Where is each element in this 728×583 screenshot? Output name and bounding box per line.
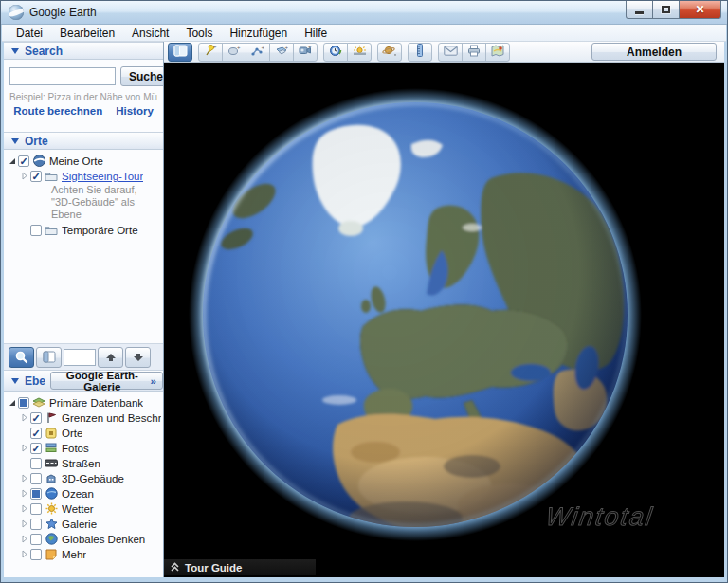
expand-arrow-icon[interactable]	[20, 535, 29, 543]
minimize-button[interactable]	[626, 1, 653, 19]
planets-icon	[382, 45, 397, 60]
menu-item-tools[interactable]: Tools	[177, 26, 221, 41]
checkbox-wetter[interactable]	[30, 503, 42, 515]
expand-arrow-icon[interactable]	[20, 444, 29, 452]
tree-label[interactable]: Sightseeing-Tour	[62, 171, 143, 182]
tree-label: Fotos	[62, 443, 89, 454]
print-button[interactable]	[462, 43, 486, 62]
search-example-text: Beispiel: Pizza in der Nähe von Münche	[9, 92, 157, 102]
checkbox-meine-orte[interactable]	[18, 155, 29, 167]
historical-imagery-button[interactable]	[323, 43, 348, 62]
places-icon	[45, 427, 58, 439]
sign-in-button[interactable]: Anmelden	[592, 43, 717, 61]
tree-item-grenzen-und-beschrift[interactable]: Grenzen und Beschrift...	[8, 410, 161, 425]
tree-item-mehr[interactable]: Mehr	[8, 547, 161, 561]
expand-arrow-icon[interactable]	[20, 172, 29, 180]
google-earth-window: Google Earth ✕ DateiBearbeitenAnsichtToo…	[0, 0, 728, 583]
search-input[interactable]	[9, 67, 116, 85]
checkbox-ozean[interactable]	[30, 488, 42, 500]
tour-guide-bar[interactable]: Tour Guide	[164, 559, 316, 575]
search-panel-header[interactable]: Search	[4, 42, 163, 60]
email-button[interactable]	[438, 43, 463, 62]
collapse-arrow-icon[interactable]	[8, 399, 17, 407]
panel-icon	[43, 351, 56, 363]
checkbox-stra-en[interactable]	[30, 458, 42, 469]
layers-panel-header[interactable]: Ebe Google Earth-Galerie »	[4, 370, 163, 392]
add-polygon-button[interactable]: +	[222, 43, 246, 62]
places-panel-header[interactable]: Orte	[4, 132, 163, 150]
earth-globe[interactable]	[188, 87, 643, 542]
toolbar-group: +++++	[198, 43, 318, 62]
expand-arrow-icon[interactable]	[20, 489, 29, 498]
tree-item-stra-en[interactable]: Straßen	[8, 456, 161, 470]
checkbox-fotos[interactable]	[30, 443, 42, 454]
collapse-panel-icon	[11, 138, 19, 144]
close-button[interactable]: ✕	[679, 1, 721, 19]
add-placemark-button[interactable]: +	[198, 43, 223, 62]
tree-item-ozean[interactable]: Ozean	[8, 486, 161, 501]
search-button[interactable]: Suche	[120, 66, 163, 86]
checkbox-globales-denken[interactable]	[30, 534, 42, 545]
tree-item-fotos[interactable]: Fotos	[8, 441, 161, 455]
checkbox-3d-geb-ude[interactable]	[30, 473, 42, 484]
window-title: Google Earth	[29, 6, 97, 19]
menu-item-ansicht[interactable]: Ansicht	[123, 26, 177, 41]
expand-arrow-icon[interactable]	[20, 519, 29, 528]
checkbox-grenzen-und-beschrift[interactable]	[30, 412, 42, 424]
record-tour-button[interactable]: +	[293, 43, 318, 62]
menu-item-hinzuf-gen[interactable]: Hinzufügen	[221, 26, 296, 41]
svg-text:+: +	[213, 44, 217, 49]
tree-item-galerie[interactable]: Galerie	[8, 517, 161, 531]
collapse-arrow-icon[interactable]	[8, 157, 17, 165]
menu-item-bearbeiten[interactable]: Bearbeiten	[51, 26, 123, 41]
folder-icon	[45, 224, 58, 236]
tree-label: Wetter	[62, 503, 94, 515]
places-filter-input[interactable]	[64, 349, 96, 366]
earth-gallery-button[interactable]: Google Earth-Galerie »	[50, 372, 163, 390]
tree-label: Orte	[62, 428, 82, 439]
checkbox-prim-re-datenbank[interactable]	[18, 397, 29, 409]
search-places-button[interactable]	[9, 347, 34, 368]
expand-arrow-icon[interactable]	[20, 413, 29, 422]
ruler-icon	[416, 44, 424, 60]
tree-label: Temporäre Orte	[62, 225, 138, 236]
tree-item-sightseeing-tour[interactable]: Sightseeing-Tour	[8, 169, 161, 183]
planets-button[interactable]	[377, 43, 402, 62]
view-in-maps-button[interactable]	[485, 43, 510, 62]
maximize-button[interactable]	[652, 1, 680, 19]
tree-item-3d-geb-ude[interactable]: 3D-Gebäude	[8, 471, 161, 485]
tree-item-meine-orte[interactable]: Meine Orte	[8, 154, 161, 168]
expand-arrow-icon[interactable]	[20, 550, 29, 558]
move-up-button[interactable]	[98, 347, 123, 368]
up-arrow-icon	[105, 353, 117, 362]
menu-item-datei[interactable]: Datei	[8, 26, 51, 41]
expand-arrow-icon[interactable]	[20, 474, 29, 483]
tree-item-orte[interactable]: Orte	[8, 426, 161, 440]
checkbox-mehr[interactable]	[30, 549, 42, 560]
ruler-button[interactable]	[408, 43, 432, 62]
checkbox-sightseeing-tour[interactable]	[30, 171, 42, 182]
toggle-sidebar-button[interactable]	[168, 43, 192, 62]
titlebar[interactable]: Google Earth	[1, 1, 727, 25]
add-image-overlay-button[interactable]: +	[269, 43, 294, 62]
tree-item-prim-re-datenbank[interactable]: Primäre Datenbank	[8, 395, 161, 410]
checkbox-orte[interactable]	[30, 428, 42, 439]
show-places-panel-button[interactable]	[36, 347, 62, 368]
tree-label: Straßen	[62, 458, 100, 469]
checkbox-tempor-re-orte[interactable]	[30, 225, 42, 236]
checkbox-galerie[interactable]	[30, 519, 42, 530]
tree-item-globales-denken[interactable]: Globales Denken	[8, 532, 161, 546]
window-controls: ✕	[627, 1, 721, 19]
add-path-button[interactable]: +	[246, 43, 270, 62]
expand-arrow-icon[interactable]	[20, 504, 29, 513]
tree-item-tempor-re-orte[interactable]: Temporäre Orte	[8, 223, 161, 237]
chevrons-right-icon: »	[151, 375, 156, 387]
tree-item-wetter[interactable]: Wetter	[8, 501, 161, 516]
sunlight-button[interactable]	[347, 43, 372, 62]
menu-item-hilfe[interactable]: Hilfe	[296, 26, 336, 41]
folder-icon	[45, 170, 58, 182]
link-history[interactable]: History	[116, 105, 154, 117]
move-down-button[interactable]	[125, 347, 151, 368]
earth-viewport[interactable]: Wintotal Tour Guide	[164, 63, 724, 577]
link-route-berechnen[interactable]: Route berechnen	[13, 105, 102, 117]
